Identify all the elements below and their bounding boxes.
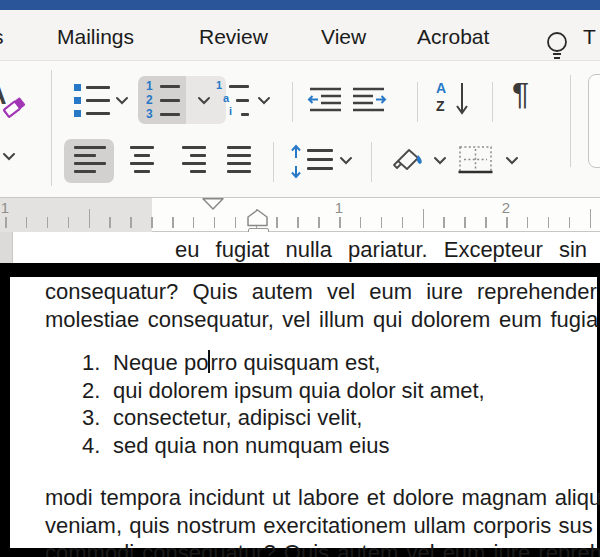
borders-button[interactable] xyxy=(456,144,496,178)
list-item[interactable]: 3. consectetur, adipisci velit, xyxy=(0,405,600,433)
titlebar xyxy=(0,0,600,10)
list-text-after-cursor: rro quisquam est, xyxy=(210,350,380,375)
tab-review[interactable]: Review xyxy=(199,23,268,51)
line-spacing-chevron-icon[interactable] xyxy=(338,155,354,166)
first-line-indent-marker[interactable] xyxy=(201,198,225,211)
window-edge-strip xyxy=(0,232,13,263)
ruler-number: 1 xyxy=(332,199,346,216)
paragraph-line[interactable]: molestiae consequatur, vel illum qui dol… xyxy=(45,306,598,334)
list-item[interactable]: 4. sed quia non numquam eius xyxy=(0,433,600,461)
ribbon-group-divider xyxy=(292,82,293,122)
styles-pane-button-partial[interactable] xyxy=(588,74,600,168)
paragraph-line[interactable]: veniam, quis nostrum exercitationem ulla… xyxy=(45,512,593,540)
shading-chevron-icon[interactable] xyxy=(432,155,448,166)
show-paragraph-marks-button[interactable]: ¶ xyxy=(512,76,529,113)
hanging-indent-marker[interactable] xyxy=(246,209,269,227)
list-text[interactable]: Neque porro quisquam est, xyxy=(113,350,380,376)
list-text[interactable]: sed quia non numquam eius xyxy=(113,433,389,459)
tab-acrobat[interactable]: Acrobat xyxy=(417,23,489,51)
ribbon-tab-bar: s Mailings Review View Acrobat T xyxy=(0,10,600,61)
increase-indent-button[interactable] xyxy=(350,84,388,116)
numbering-glyph-3: 3 xyxy=(146,107,153,121)
numbering-glyph-2: 2 xyxy=(146,93,153,107)
ribbon-group-divider xyxy=(492,82,493,122)
numbering-dropdown-chevron-icon xyxy=(196,95,212,106)
bullets-dropdown-chevron-icon[interactable] xyxy=(114,95,130,106)
divider-band xyxy=(0,263,600,277)
paragraph-line[interactable]: commodi consequatur? Quis autem vel eum … xyxy=(45,539,600,557)
list-number: 4. xyxy=(82,433,100,459)
ribbon-group-divider xyxy=(417,82,418,122)
list-number: 2. xyxy=(82,378,100,404)
lightbulb-icon[interactable] xyxy=(543,30,571,64)
list-text[interactable]: consectetur, adipisci velit, xyxy=(113,405,362,431)
multilevel-list-button[interactable]: 1 a i xyxy=(213,76,253,124)
numbering-glyph-1: 1 xyxy=(146,79,153,93)
multilevel-dropdown-chevron-icon[interactable] xyxy=(256,95,272,106)
sort-z-glyph: Z xyxy=(436,98,445,114)
sort-button[interactable]: A Z xyxy=(432,78,476,122)
multilevel-glyph-1: 1 xyxy=(216,79,222,91)
list-item[interactable]: 2. qui dolorem ipsum quia dolor sit amet… xyxy=(0,378,600,406)
paragraph-line[interactable]: modi tempora incidunt ut labore et dolor… xyxy=(45,484,600,512)
list-number: 3. xyxy=(82,405,100,431)
list-item[interactable]: 1. Neque porro quisquam est, xyxy=(0,350,600,378)
tab-view[interactable]: View xyxy=(321,23,366,51)
multilevel-glyph-a: a xyxy=(223,92,229,104)
ribbon-group-divider xyxy=(273,142,274,182)
clear-formatting-eraser-icon xyxy=(1,94,29,120)
ribbon-group-divider xyxy=(371,142,372,182)
line-spacing-button[interactable] xyxy=(288,142,336,182)
tab-tellme-partial[interactable]: T xyxy=(583,23,596,51)
line-spacing-arrows-icon xyxy=(289,144,303,180)
multilevel-glyph-i: i xyxy=(229,105,232,117)
ribbon-group-divider xyxy=(51,70,52,186)
word-window: s Mailings Review View Acrobat T A 1 2 3 xyxy=(0,0,600,557)
tab-mailings[interactable]: Mailings xyxy=(57,23,134,51)
ribbon-group-divider xyxy=(570,75,571,167)
list-number: 1. xyxy=(82,350,100,376)
partial-dropdown-chevron-icon[interactable] xyxy=(1,151,17,162)
borders-chevron-icon[interactable] xyxy=(504,155,520,166)
ruler-number: 1 xyxy=(0,199,12,216)
numbering-button[interactable]: 1 2 3 xyxy=(138,76,186,124)
tab-references-partial[interactable]: s xyxy=(0,23,4,51)
ruler-number: 2 xyxy=(499,199,513,216)
decrease-indent-button[interactable] xyxy=(306,84,344,116)
list-text[interactable]: qui dolorem ipsum quia dolor sit amet, xyxy=(113,378,485,404)
paragraph-line[interactable]: consequatur? Quis autem vel eum iure rep… xyxy=(45,278,597,306)
sort-arrow-icon xyxy=(454,81,470,119)
list-text-before-cursor: Neque po xyxy=(113,350,208,375)
sort-a-glyph: A xyxy=(436,80,446,96)
shading-button[interactable] xyxy=(390,143,428,179)
document-line[interactable]: eu fugiat nulla pariatur. Excepteur sin xyxy=(175,236,587,264)
